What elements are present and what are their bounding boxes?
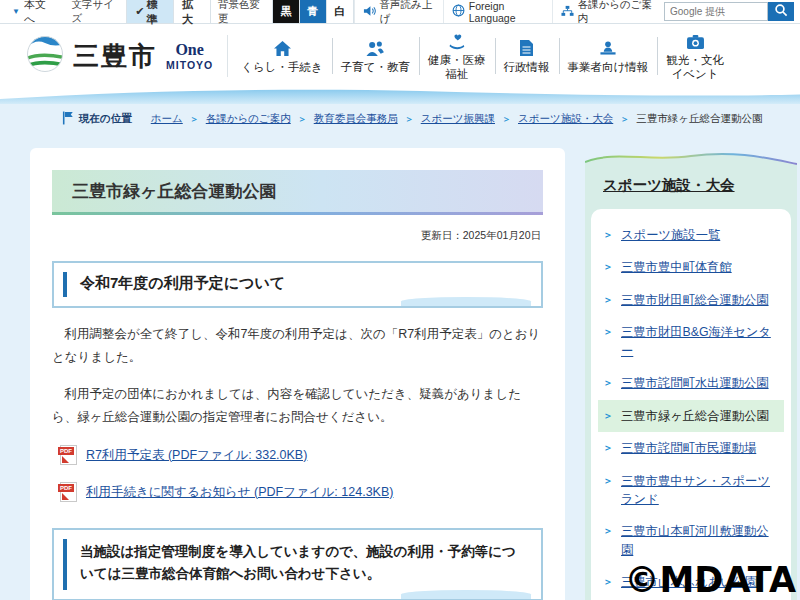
site-logo[interactable]: 三豊市 One MITOYO <box>26 35 228 77</box>
pdf-icon <box>60 445 77 465</box>
breadcrumb-home[interactable]: ホーム <box>151 112 183 126</box>
breadcrumb-kyoiku[interactable]: 教育委員会事務局 <box>314 112 398 126</box>
content-layout: 三豊市緑ヶ丘総合運動公園 更新日：2025年01月20日 令和7年度の利用予定に… <box>0 134 800 600</box>
document-icon <box>519 38 534 57</box>
city-name: 三豊市 <box>73 39 157 74</box>
breadcrumb-current-page: 三豊市緑ヶ丘総合運動公園 <box>636 112 762 126</box>
sidebar-list: ＞スポーツ施設一覧 ＞三豊市豊中町体育館 ＞三豊市財田町総合運動公園 ＞三豊市財… <box>591 209 791 600</box>
bg-white-button[interactable]: 白 <box>326 0 354 23</box>
skip-link-label: 本文へ <box>24 0 53 27</box>
main-nav: くらし・手続き 子育て・教育 健康・医療 福祉 行政情報 事業者向け情報 観光・… <box>232 31 733 82</box>
chevron-right-icon: ＞ <box>603 522 613 540</box>
city-logo-icon <box>26 35 64 77</box>
nav-item-kanko[interactable]: 観光・文化 イベント <box>657 31 733 82</box>
bg-blue-button[interactable]: 青 <box>299 0 326 23</box>
chevron-right-icon: ＞ <box>298 113 307 126</box>
header-wave-decoration <box>0 88 800 104</box>
pdf-icon <box>60 482 77 502</box>
breadcrumb-kakuka[interactable]: 各課からのご案内 <box>206 112 291 126</box>
nav-item-kenko[interactable]: 健康・医療 福祉 <box>419 31 495 82</box>
check-icon: ✔ <box>135 5 144 18</box>
site-header: 三豊市 One MITOYO くらし・手続き 子育て・教育 健康・医療 福祉 行… <box>0 24 800 88</box>
chevron-right-icon: ＞ <box>405 113 414 126</box>
breadcrumb-sports-shisetsu[interactable]: スポーツ施設・大会 <box>518 112 613 126</box>
home-icon <box>273 38 292 57</box>
current-location-label: 現在の位置 <box>62 111 132 127</box>
site-search <box>664 2 794 21</box>
nav-item-jigyosha[interactable]: 事業者向け情報 <box>559 32 658 80</box>
sidebar-item-midorigaoka-current[interactable]: ＞三豊市緑ヶ丘総合運動公園 <box>598 400 784 432</box>
flag-icon <box>62 111 74 127</box>
main-content: 三豊市緑ヶ丘総合運動公園 更新日：2025年01月20日 令和7年度の利用予定に… <box>30 148 565 600</box>
sidebar-item-takuma-mizude[interactable]: ＞三豊市詫間町水出運動公園 <box>598 367 784 399</box>
globe-icon <box>452 4 465 19</box>
chevron-right-icon: ＞ <box>603 258 613 276</box>
breadcrumb-sports-ka[interactable]: スポーツ振興課 <box>421 112 495 126</box>
search-icon <box>774 3 788 20</box>
nav-item-kosodate[interactable]: 子育て・教育 <box>332 32 419 80</box>
chevron-right-icon: ＞ <box>603 323 613 341</box>
chevron-right-icon: ＞ <box>603 439 613 457</box>
updated-date: 更新日：2025年01月20日 <box>54 229 541 243</box>
sidebar-body: ＞スポーツ施設一覧 ＞三豊市豊中町体育館 ＞三豊市財田町総合運動公園 ＞三豊市財… <box>585 209 797 600</box>
chevron-right-icon: ＞ <box>620 113 629 126</box>
chevron-right-icon: ＞ <box>603 573 613 591</box>
font-large-button[interactable]: 拡大 <box>173 0 211 23</box>
business-icon <box>598 38 618 57</box>
one-mitoyo-brand: One MITOYO <box>166 42 213 71</box>
speaker-icon <box>363 5 376 19</box>
tts-button[interactable]: 音声読み上げ <box>354 0 443 23</box>
skip-to-content-link[interactable]: ▼ 本文へ <box>0 0 65 23</box>
nav-item-gyosei[interactable]: 行政情報 <box>495 32 559 80</box>
people-icon <box>365 38 385 57</box>
org-chart-icon <box>561 5 574 19</box>
utility-bar: ▼ 本文へ 文字サイズ ✔ 標準 拡大 背景色変更 黒 青 白 音声読み上げ F… <box>0 0 800 24</box>
chevron-right-icon: ＞ <box>603 472 613 490</box>
chevron-right-icon: ＞ <box>603 291 613 309</box>
pdf-link-procedure-notice[interactable]: 利用手続きに関するお知らせ (PDFファイル: 124.3KB) <box>60 482 543 502</box>
bg-black-button[interactable]: 黒 <box>272 0 299 23</box>
sidebar-item-saita-bg-marine[interactable]: ＞三豊市財田B&G海洋センター <box>598 316 784 367</box>
sidebar-wave-decoration <box>585 148 797 170</box>
designated-manager-notice: 当施設は指定管理制度を導入していますので、施設の利用・予約等については三豊市総合… <box>52 528 543 600</box>
camera-icon <box>686 31 705 50</box>
sidebar-sports-facilities: スポーツ施設・大会 ＞スポーツ施設一覧 ＞三豊市豊中町体育館 ＞三豊市財田町総合… <box>585 148 797 600</box>
pdf-link-r7-schedule[interactable]: R7利用予定表 (PDFファイル: 332.0KB) <box>60 445 543 465</box>
triangle-down-icon: ▼ <box>12 7 20 16</box>
chevron-right-icon: ＞ <box>603 226 613 244</box>
sidebar-item-takuma-civic-ground[interactable]: ＞三豊市詫間町市民運動場 <box>598 432 784 464</box>
paragraph: 利用予定の団体におかれましては、内容を確認していただき、疑義がありましたら、緑ヶ… <box>52 383 543 428</box>
sidebar-item-facility-list[interactable]: ＞スポーツ施設一覧 <box>598 219 784 251</box>
page-background: 現在の位置 ホーム ＞ 各課からのご案内 ＞ 教育委員会事務局 ＞ スポーツ振興… <box>0 104 800 600</box>
section-heading: 令和7年度の利用予定について <box>52 261 543 308</box>
breadcrumb: 現在の位置 ホーム ＞ 各課からのご案内 ＞ 教育委員会事務局 ＞ スポーツ振興… <box>0 104 800 134</box>
page-title: 三豊市緑ヶ丘総合運動公園 <box>52 170 543 212</box>
watermark: ©MDATA <box>625 560 797 600</box>
font-standard-button[interactable]: ✔ 標準 <box>126 0 173 23</box>
bg-change-label: 背景色変更 <box>211 0 272 23</box>
department-guide-button[interactable]: 各課からのご案内 <box>552 0 661 23</box>
paragraph: 利用調整会が全て終了し、令和7年度の利用予定は、次の「R7利用予定表」のとおりと… <box>52 323 543 368</box>
sidebar-item-saita-park[interactable]: ＞三豊市財田町総合運動公園 <box>598 284 784 316</box>
sidebar-heading[interactable]: スポーツ施設・大会 <box>603 177 735 193</box>
sidebar-item-toyonaka-sun-sports[interactable]: ＞三豊市豊中サン・スポーツランド <box>598 465 784 516</box>
nav-item-kurashi[interactable]: くらし・手続き <box>232 32 332 80</box>
search-input[interactable] <box>664 2 768 21</box>
chevron-right-icon: ＞ <box>603 407 613 425</box>
chevron-right-icon: ＞ <box>603 374 613 392</box>
sidebar-item-yamamoto-riverbed[interactable]: ＞三豊市山本町河川敷運動公園 <box>598 515 784 566</box>
sidebar-heading-wrap: スポーツ施設・大会 <box>585 170 797 209</box>
chevron-right-icon: ＞ <box>502 113 511 126</box>
foreign-language-button[interactable]: Foreign Language <box>443 0 552 23</box>
font-size-label: 文字サイズ <box>65 0 127 23</box>
sidebar-item-toyonaka-gym[interactable]: ＞三豊市豊中町体育館 <box>598 251 784 283</box>
title-underline <box>52 212 543 215</box>
heart-hand-icon <box>447 31 467 50</box>
search-button[interactable] <box>768 2 794 21</box>
chevron-right-icon: ＞ <box>190 113 199 126</box>
